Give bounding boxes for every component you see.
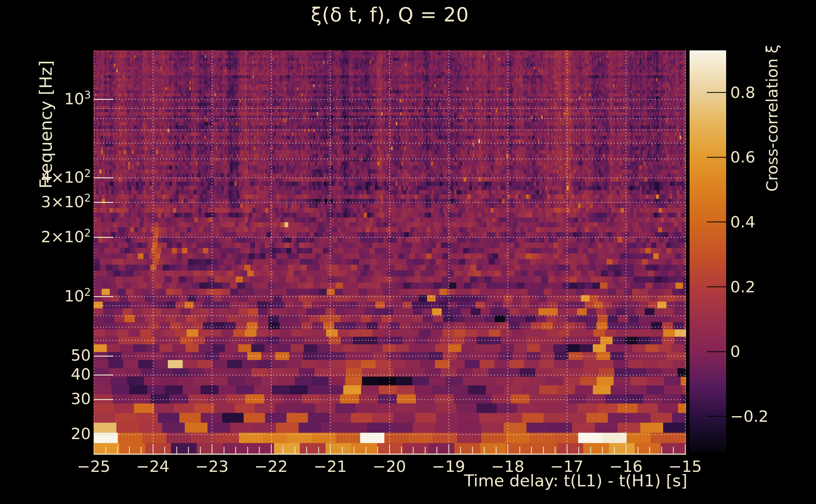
colorbar-tick-label: 0: [730, 342, 740, 361]
colorbar-tick-mark: [707, 286, 726, 287]
y-tick-label: 50: [71, 346, 91, 364]
y-tick-label: 30: [71, 390, 91, 408]
colorbar-tick-mark: [707, 351, 726, 352]
x-tick-label: −25: [77, 457, 110, 476]
colorbar-tick-mark: [707, 416, 726, 417]
x-tick-label: −20: [373, 457, 406, 476]
colorbar-title: Cross-correlation ξ: [763, 44, 781, 192]
colorbar-tick-label: −0.2: [730, 407, 768, 426]
x-tick-label: −22: [255, 457, 288, 476]
colorbar-tick-label: 0.6: [730, 148, 756, 166]
x-tick-label: −16: [609, 457, 643, 476]
x-tick-label: −15: [669, 457, 702, 476]
figure: ξ(δ t, f), Q = 20 Time delay: t(L1) - t(…: [0, 0, 816, 504]
colorbar-tick-label: 0.4: [730, 213, 756, 231]
colorbar-tick-mark: [707, 157, 726, 158]
x-tick-label: −19: [432, 457, 465, 476]
x-tick-label: −21: [314, 457, 347, 476]
y-tick-label: 40: [71, 365, 91, 383]
y-tick-label: 3×102: [41, 192, 91, 211]
y-tick-label: 103: [64, 89, 91, 108]
x-tick-label: −24: [136, 457, 169, 476]
y-tick-label: 4×102: [41, 167, 91, 186]
y-tick-label: 102: [64, 286, 91, 305]
chart-title: ξ(δ t, f), Q = 20: [94, 3, 686, 26]
colorbar-tick-mark: [707, 221, 726, 222]
colorbar-tick-label: 0.2: [730, 278, 756, 296]
x-tick-label: −17: [550, 457, 583, 476]
colorbar-tick-mark: [707, 92, 726, 93]
x-tick-label: −23: [195, 457, 229, 476]
y-tick-label: 20: [71, 424, 91, 443]
heatmap-canvas: [94, 50, 686, 455]
x-tick-label: −18: [491, 457, 524, 476]
colorbar-gradient: [690, 50, 726, 452]
y-tick-label: 2×102: [41, 227, 91, 246]
colorbar-tick-label: 0.8: [730, 83, 756, 102]
